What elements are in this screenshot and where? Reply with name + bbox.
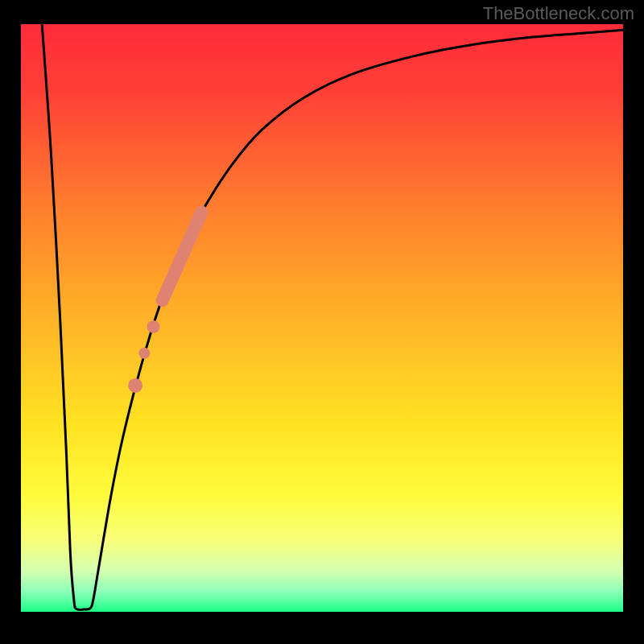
bottleneck-chart (0, 0, 644, 644)
chart-container: TheBottleneck.com (0, 0, 644, 644)
svg-point-3 (128, 378, 142, 393)
svg-point-1 (147, 320, 160, 333)
watermark-text: TheBottleneck.com (483, 3, 634, 24)
svg-point-2 (138, 348, 150, 359)
gradient-background (21, 24, 623, 612)
